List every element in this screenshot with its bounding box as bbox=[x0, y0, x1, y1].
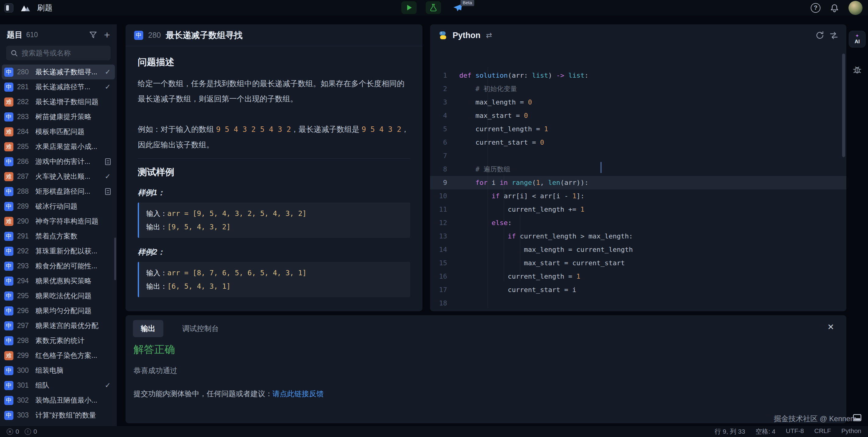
code-line[interactable]: 7 bbox=[430, 149, 846, 163]
code-line[interactable]: 4 max_start = 0 bbox=[430, 109, 846, 123]
list-item[interactable]: 中303计算“好数组”的数量 bbox=[2, 408, 115, 423]
code-line[interactable]: 12 else: bbox=[430, 216, 846, 230]
code-line[interactable]: 8 # 遍历数组 bbox=[430, 163, 846, 176]
list-item[interactable]: 中288矩形棋盘路径问... bbox=[2, 184, 115, 199]
list-item[interactable]: 中286游戏中的伤害计... bbox=[2, 154, 115, 169]
run-button[interactable] bbox=[401, 1, 416, 14]
layout-toggle-icon[interactable] bbox=[4, 3, 13, 12]
list-item[interactable]: 中297糖果迷宫的最优分配 bbox=[2, 318, 115, 333]
code-line[interactable]: 19 # 检查最后一个子数组 bbox=[430, 310, 846, 311]
sample-io-value: [9, 5, 4, 3, 2] bbox=[167, 223, 231, 231]
bell-icon[interactable] bbox=[830, 3, 839, 12]
problem-title: 神奇字符串构造问题 bbox=[35, 216, 111, 226]
problem-number: 280 bbox=[148, 31, 161, 40]
help-icon[interactable]: ? bbox=[811, 3, 820, 13]
feedback-link[interactable]: 请点此链接反馈 bbox=[273, 390, 324, 398]
ai-assistant-button[interactable]: ✦ AI bbox=[849, 31, 866, 47]
status-item[interactable]: CRLF bbox=[814, 427, 831, 436]
code-line[interactable]: 1def solution(arr: list) -> list: bbox=[430, 69, 846, 82]
reset-code-icon[interactable] bbox=[815, 31, 825, 40]
submit-button[interactable]: Beta bbox=[450, 1, 465, 14]
line-number: 16 bbox=[430, 270, 459, 283]
console-tab[interactable]: 调试控制台 bbox=[174, 320, 227, 337]
problem-title: 最长递减子数组寻找 bbox=[166, 30, 243, 41]
sample-io-label: 输出： bbox=[146, 282, 167, 290]
problem-title: 最长递减路径节... bbox=[35, 82, 101, 92]
list-item[interactable]: 中302装饰品丑陋值最小... bbox=[2, 393, 115, 408]
code-line[interactable]: 11 current_length += 1 bbox=[430, 203, 846, 216]
list-item[interactable]: 中294糖果优惠购买策略 bbox=[2, 273, 115, 289]
status-item[interactable]: UTF-8 bbox=[786, 427, 804, 436]
code-line[interactable]: 16 current_length = 1 bbox=[430, 270, 846, 283]
language-swap-icon[interactable]: ⇄ bbox=[486, 31, 492, 40]
sidebar-scrollbar[interactable] bbox=[114, 238, 116, 280]
problem-list: 中280最长递减子数组寻...中281最长递减路径节...难282最长递增子数组… bbox=[0, 65, 117, 423]
list-item[interactable]: 中280最长递减子数组寻... bbox=[2, 65, 115, 79]
code-text: # 初始化变量 bbox=[459, 82, 517, 96]
code-line[interactable]: 14 max_length = current_length bbox=[430, 243, 846, 257]
list-item[interactable]: 中300组装电脑 bbox=[2, 363, 115, 378]
problem-title: 破冰行动问题 bbox=[35, 202, 111, 211]
app-title: 刷题 bbox=[37, 3, 53, 13]
list-item[interactable]: 难282最长递增子数组问题 bbox=[2, 94, 115, 109]
list-item[interactable]: 中283树苗健康提升策略 bbox=[2, 109, 115, 124]
sample-io-value: [6, 5, 4, 3, 1] bbox=[167, 282, 231, 290]
sparkle-icon: ✦ bbox=[855, 33, 859, 38]
filter-icon[interactable] bbox=[89, 31, 97, 39]
sidebar-title: 题目 bbox=[7, 30, 23, 40]
console-tab[interactable]: 输出 bbox=[133, 320, 163, 337]
list-item[interactable]: 难284模板串匹配问题 bbox=[2, 124, 115, 139]
code-line[interactable]: 2 # 初始化变量 bbox=[430, 82, 846, 96]
status-item[interactable]: 空格: 4 bbox=[755, 427, 775, 436]
list-item[interactable]: 难299红色格子染色方案... bbox=[2, 348, 115, 363]
list-item[interactable]: 中292算珠重新分配以获... bbox=[2, 244, 115, 259]
code-line[interactable]: 15 max_start = current_start bbox=[430, 257, 846, 270]
search-box[interactable] bbox=[6, 46, 111, 60]
bug-icon[interactable] bbox=[852, 64, 862, 74]
code-area[interactable]: 1def solution(arr: list) -> list:2 # 初始化… bbox=[430, 46, 846, 311]
close-icon[interactable]: ✕ bbox=[827, 323, 834, 331]
add-icon[interactable]: + bbox=[104, 30, 110, 40]
list-item[interactable]: 中281最长递减路径节... bbox=[2, 79, 115, 94]
code-line[interactable]: 17 current_start = i bbox=[430, 283, 846, 297]
console-panel: 输出调试控制台 ✕ 解答正确 恭喜成功通过 提交功能内测体验中，任何问题或者建议… bbox=[126, 315, 846, 423]
status-item[interactable]: Python bbox=[841, 427, 861, 436]
list-item[interactable]: 中296糖果均匀分配问题 bbox=[2, 303, 115, 318]
list-item[interactable]: 难290神奇字符串构造问题 bbox=[2, 214, 115, 229]
code-line[interactable]: 13 if current_length > max_length: bbox=[430, 230, 846, 243]
indent-guide bbox=[488, 67, 488, 308]
code-line[interactable]: 18 bbox=[430, 297, 846, 310]
difficulty-badge: 中 bbox=[4, 411, 13, 420]
list-item[interactable]: 中298素数元素的统计 bbox=[2, 333, 115, 348]
editor-scrollbar[interactable] bbox=[842, 54, 845, 157]
list-item[interactable]: 中295糖果吃法优化问题 bbox=[2, 289, 115, 303]
juejin-logo[interactable] bbox=[20, 3, 31, 12]
list-item[interactable]: 中293粮食分配的可能性... bbox=[2, 259, 115, 273]
problem-number: 285 bbox=[17, 142, 32, 151]
list-item[interactable]: 难285水果店果篮最小成... bbox=[2, 139, 115, 154]
code-line[interactable]: 3 max_length = 0 bbox=[430, 96, 846, 109]
test-run-button[interactable] bbox=[426, 1, 441, 14]
list-item[interactable]: 中289破冰行动问题 bbox=[2, 199, 115, 214]
sample-line: 输出：[6, 5, 4, 3, 1] bbox=[146, 279, 403, 293]
code-line[interactable]: 6 current_start = 0 bbox=[430, 136, 846, 149]
code-text: max_start = current_start bbox=[459, 257, 625, 270]
list-item[interactable]: 难287火车驶入驶出顺... bbox=[2, 169, 115, 184]
sample-line: 输入：arr = [8, 7, 6, 5, 6, 5, 4, 3, 1] bbox=[146, 266, 403, 279]
code-line[interactable]: 9 for i in range(1, len(arr)): bbox=[430, 176, 846, 190]
code-text: if arr[i] < arr[i - 1]: bbox=[459, 190, 585, 203]
list-item[interactable]: 中301组队 bbox=[2, 378, 115, 393]
status-item[interactable]: 行 9, 列 33 bbox=[715, 427, 745, 436]
code-line[interactable]: 10 if arr[i] < arr[i - 1]: bbox=[430, 190, 846, 203]
search-input[interactable] bbox=[21, 49, 106, 58]
difficulty-badge: 难 bbox=[4, 351, 13, 360]
sample-io-value: arr = [8, 7, 6, 5, 6, 5, 4, 3, 1] bbox=[167, 269, 307, 277]
compare-icon[interactable] bbox=[829, 31, 838, 40]
user-avatar[interactable] bbox=[848, 1, 863, 15]
error-icon[interactable]: ✕ bbox=[7, 429, 13, 435]
difficulty-badge: 难 bbox=[4, 172, 13, 181]
code-line[interactable]: 5 current_length = 1 bbox=[430, 123, 846, 136]
status-right: 行 9, 列 33空格: 4UTF-8CRLFPython bbox=[715, 427, 861, 436]
warning-icon[interactable]: ! bbox=[25, 429, 31, 435]
list-item[interactable]: 中291禁着点方案数 bbox=[2, 229, 115, 244]
